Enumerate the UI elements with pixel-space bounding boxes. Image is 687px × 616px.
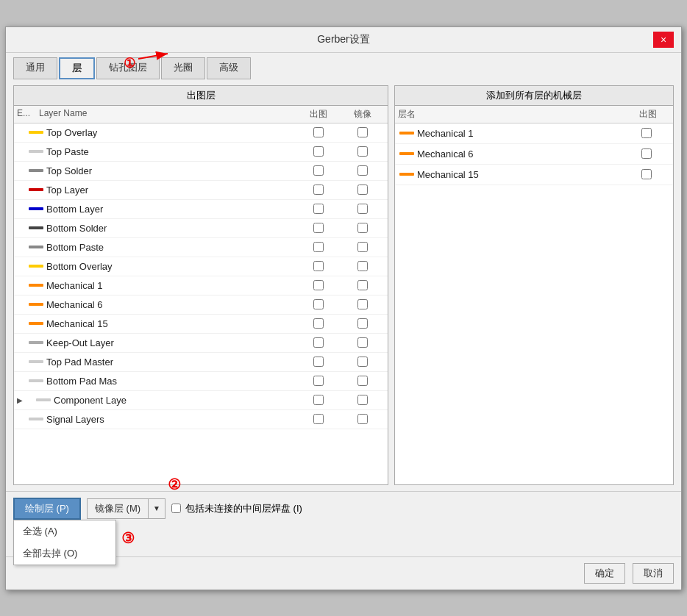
output-checkbox[interactable] [313, 165, 324, 176]
output-checkbox[interactable] [313, 357, 324, 367]
output-checkbox[interactable] [313, 376, 324, 386]
mirror-checkbox[interactable] [357, 376, 368, 386]
output-checkbox-cell [296, 414, 341, 424]
mirror-checkbox[interactable] [357, 337, 368, 348]
mirror-checkbox[interactable] [357, 414, 368, 424]
mirror-checkbox[interactable] [357, 185, 368, 195]
left-layer-row: Bottom Solder [14, 219, 388, 238]
layer-color-icon [29, 360, 43, 363]
tab-drill[interactable]: 钻孔图层 [96, 57, 160, 79]
output-checkbox-cell [296, 337, 341, 348]
right-panel: 添加到所有层的机械层 层名 出图 Mechanical 1Mechanical … [394, 85, 674, 485]
right-output-checkbox[interactable] [641, 148, 652, 159]
mirror-checkbox[interactable] [357, 127, 368, 137]
right-col-name-header: 层名 [398, 108, 626, 121]
tab-layer[interactable]: 层 [59, 57, 95, 79]
layer-name-label: Top Paste [46, 146, 296, 157]
mirror-dropdown-arrow[interactable]: ▼ [148, 498, 165, 519]
layer-color-icon [29, 207, 43, 210]
mirror-checkbox[interactable] [357, 299, 368, 309]
mirror-checkbox-cell [341, 376, 385, 386]
output-checkbox-cell [296, 261, 341, 271]
expand-icon[interactable]: ▶ [17, 396, 29, 404]
layer-color-icon [36, 398, 51, 401]
output-checkbox[interactable] [313, 395, 324, 405]
mirror-checkbox[interactable] [357, 242, 368, 252]
layer-name-label: Keep-Out Layer [46, 337, 296, 348]
right-layer-row: Mechanical 1 [395, 123, 673, 144]
layer-color-icon [29, 284, 43, 287]
output-checkbox-cell [296, 299, 341, 309]
col-mirror-header: 镜像 [341, 108, 385, 121]
output-checkbox[interactable] [313, 223, 324, 233]
dialog-body: 出图层 E... Layer Name 出图 镜像 Top OverlayTop… [6, 79, 681, 491]
mirror-checkbox[interactable] [357, 395, 368, 405]
mirror-checkbox[interactable] [357, 146, 368, 157]
layer-name-label: Mechanical 1 [46, 280, 296, 291]
left-layer-row: Bottom Pad Mas [14, 372, 388, 391]
cancel-button[interactable]: 取消 [633, 563, 674, 584]
mirror-checkbox-cell [341, 204, 385, 214]
right-layer-row: Mechanical 6 [395, 144, 673, 165]
output-checkbox[interactable] [313, 299, 324, 309]
output-checkbox[interactable] [313, 127, 324, 137]
layer-name-label: Top Overlay [46, 127, 296, 138]
dropdown-select-all[interactable]: 全选 (A) [14, 520, 115, 542]
mirror-checkbox-cell [341, 337, 385, 348]
dropdown-deselect-all[interactable]: 全部去掉 (O) [14, 542, 115, 565]
include-unconnected-text: 包括未连接的中间层焊盘 (I) [185, 502, 302, 515]
right-output-checkbox[interactable] [641, 128, 652, 138]
output-checkbox[interactable] [313, 337, 324, 348]
output-checkbox[interactable] [313, 318, 324, 329]
output-checkbox-cell [296, 127, 341, 137]
tab-advanced[interactable]: 高级 [207, 57, 251, 79]
output-checkbox[interactable] [313, 146, 324, 157]
include-unconnected-checkbox[interactable] [171, 504, 181, 513]
layer-color-icon [29, 265, 43, 268]
mirror-checkbox-cell [341, 318, 385, 329]
tab-general[interactable]: 通用 [13, 57, 57, 79]
output-checkbox[interactable] [313, 185, 324, 195]
output-checkbox-cell [296, 395, 341, 405]
output-checkbox-cell [296, 204, 341, 214]
output-checkbox[interactable] [313, 414, 324, 424]
tab-aperture[interactable]: 光圈 [161, 57, 205, 79]
mirror-checkbox[interactable] [357, 280, 368, 290]
layer-name-label: Component Laye [54, 395, 296, 406]
layer-name-label: Top Solder [46, 165, 296, 176]
mirror-checkbox[interactable] [357, 165, 368, 176]
output-checkbox-cell [296, 146, 341, 157]
mirror-checkbox[interactable] [357, 261, 368, 271]
output-checkbox[interactable] [313, 280, 324, 290]
output-checkbox[interactable] [313, 242, 324, 252]
layer-name-label: Top Pad Master [46, 357, 296, 368]
mirror-checkbox[interactable] [357, 204, 368, 214]
mirror-checkbox-cell [341, 127, 385, 137]
annotation-3-number: ③ [121, 529, 135, 547]
left-layer-row: Top Layer [14, 181, 388, 200]
layer-color-icon [29, 322, 43, 325]
mirror-checkbox-cell [341, 261, 385, 271]
mirror-checkbox[interactable] [357, 357, 368, 367]
output-checkbox[interactable] [313, 204, 324, 214]
output-checkbox[interactable] [313, 261, 324, 271]
mirror-checkbox[interactable] [357, 318, 368, 329]
plot-layers-button[interactable]: 绘制层 (P) [13, 498, 81, 520]
include-unconnected-label: 包括未连接的中间层焊盘 (I) [171, 502, 302, 515]
close-button[interactable]: × [653, 32, 674, 48]
mirror-checkbox-cell [341, 357, 385, 367]
mirror-checkbox[interactable] [357, 223, 368, 233]
layer-name-label: Bottom Solder [46, 223, 296, 234]
mirror-checkbox-cell [341, 223, 385, 233]
output-checkbox-cell [296, 165, 341, 176]
layer-name-label: Signal Layers [46, 414, 296, 425]
tab-bar: 通用 层 钻孔图层 光圈 高级 [6, 53, 681, 79]
mirror-checkbox-cell [341, 165, 385, 176]
layer-color-icon [29, 418, 43, 420]
right-col-output-header: 出图 [626, 108, 670, 121]
mirror-layers-button[interactable]: 镜像层 (M) [87, 498, 148, 519]
right-output-checkbox[interactable] [641, 169, 652, 179]
layer-color-icon [29, 379, 43, 382]
ok-button[interactable]: 确定 [584, 563, 625, 584]
left-layer-row: Keep-Out Layer [14, 334, 388, 353]
